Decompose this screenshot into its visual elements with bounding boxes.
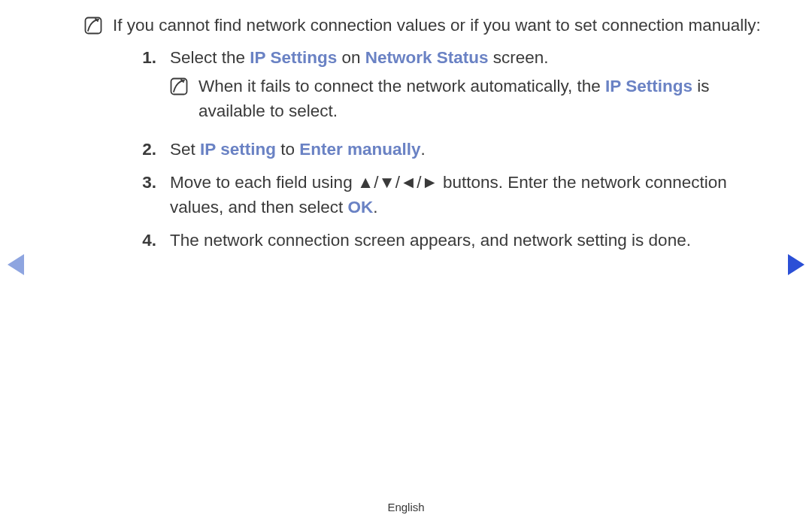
direction-buttons-icon: ▲/▼/◄/► [357, 173, 438, 192]
step-3-body: Move to each field using ▲/▼/◄/► buttons… [170, 171, 761, 220]
footer-language: English [0, 501, 812, 513]
step-1-marker: 1. [128, 46, 170, 71]
step-2-body: Set IP setting to Enter manually. [170, 138, 761, 162]
step-1-subnote-text: When it fails to connect the network aut… [198, 74, 761, 123]
step-3: 3. Move to each field using ▲/▼/◄/► butt… [128, 171, 761, 220]
step-1: 1. Select the IP Settings on Network Sta… [128, 46, 761, 129]
step-1-body: Select the IP Settings on Network Status… [170, 46, 761, 129]
step-1-subnote: When it fails to connect the network aut… [170, 74, 761, 123]
intro-text: If you cannot find network connection va… [113, 14, 761, 38]
step-4-marker: 4. [128, 229, 170, 253]
note-icon [84, 17, 102, 35]
ip-setting-label: IP setting [200, 140, 276, 159]
step-1-text: Select the IP Settings on Network Status… [170, 48, 549, 67]
prev-page-arrow-icon[interactable] [8, 254, 24, 275]
content-block: If you cannot find network connection va… [84, 14, 761, 262]
ip-settings-label: IP Settings [250, 48, 337, 67]
enter-manually-label: Enter manually [299, 140, 420, 159]
step-2: 2. Set IP setting to Enter manually. [128, 138, 761, 162]
note-icon [170, 77, 188, 95]
instruction-list: 1. Select the IP Settings on Network Sta… [84, 46, 761, 253]
next-page-arrow-icon[interactable] [788, 254, 804, 275]
step-2-marker: 2. [128, 138, 170, 162]
step-4-body: The network connection screen appears, a… [170, 229, 761, 253]
ok-label: OK [347, 198, 373, 217]
step-3-marker: 3. [128, 171, 170, 195]
network-status-label: Network Status [365, 48, 489, 67]
ip-settings-label-2: IP Settings [605, 77, 692, 95]
step-4: 4. The network connection screen appears… [128, 229, 761, 253]
intro-note-row: If you cannot find network connection va… [84, 14, 761, 38]
